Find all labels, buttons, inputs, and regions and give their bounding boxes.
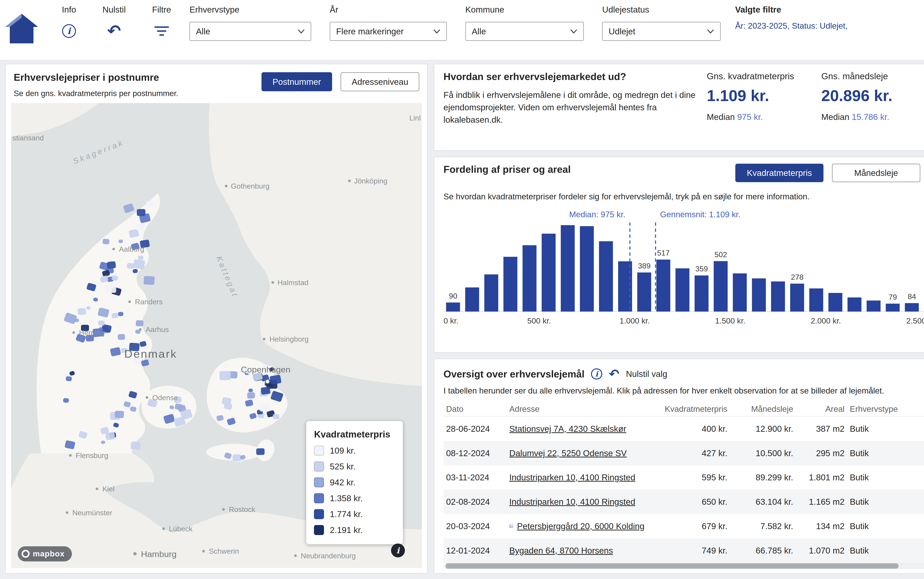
- histogram-bar[interactable]: [867, 300, 880, 311]
- histogram-bar[interactable]: [522, 245, 536, 311]
- postal-area[interactable]: [133, 259, 145, 269]
- histogram-bar[interactable]: [809, 288, 823, 311]
- histogram-bar[interactable]: [695, 275, 708, 311]
- postal-area[interactable]: [260, 387, 270, 395]
- address-link[interactable]: Industriparken 10, 4100 Ringsted: [509, 497, 635, 507]
- postal-area[interactable]: [111, 312, 118, 318]
- histogram-bar[interactable]: [733, 273, 747, 311]
- tab-kvadratmeterpris[interactable]: Kvadratmeterpris: [735, 164, 823, 182]
- histogram-bar[interactable]: [504, 257, 517, 311]
- median-annotation: Median: 975 kr.: [569, 210, 625, 219]
- postal-area[interactable]: [249, 389, 253, 393]
- legend-item[interactable]: 1.774 kr.: [314, 509, 395, 519]
- legend-item[interactable]: 109 kr.: [314, 446, 395, 456]
- histogram-bar[interactable]: [484, 274, 498, 311]
- legend-item[interactable]: 525 kr.: [314, 461, 395, 471]
- legend-label: 109 kr.: [330, 446, 356, 456]
- postal-area[interactable]: [106, 261, 116, 269]
- postal-area[interactable]: [273, 414, 280, 419]
- histogram-bar[interactable]: [580, 226, 594, 311]
- histogram-bar[interactable]: [905, 303, 919, 312]
- legend-item[interactable]: 2.191 kr.: [314, 525, 395, 535]
- histogram-bar[interactable]: [714, 261, 728, 311]
- postal-area[interactable]: [219, 371, 231, 380]
- postal-area[interactable]: [132, 269, 138, 273]
- histogram-bar[interactable]: [599, 241, 613, 312]
- horizontal-scrollbar[interactable]: [443, 563, 924, 569]
- copenhagen-dot: [265, 379, 270, 384]
- info-icon[interactable]: i: [591, 368, 602, 379]
- legend-item[interactable]: 942 kr.: [314, 478, 395, 487]
- tab-manedsleje[interactable]: Månedsleje: [832, 164, 920, 182]
- histogram-bar[interactable]: [847, 298, 861, 311]
- histogram-bar[interactable]: [828, 293, 842, 311]
- app-logo[interactable]: [5, 13, 38, 43]
- adresseniveau-button[interactable]: Adresseniveau: [340, 72, 419, 91]
- postal-area[interactable]: [232, 454, 241, 461]
- col-areal[interactable]: Areal: [798, 404, 844, 414]
- price-histogram[interactable]: 9038951735950227879844557440 kr.500 kr.1…: [443, 206, 924, 339]
- address-link[interactable]: Petersbjerggård 20, 6000 Kolding: [517, 521, 644, 531]
- postal-area[interactable]: [131, 442, 141, 450]
- postal-area[interactable]: [65, 376, 72, 381]
- histogram-bar[interactable]: [771, 281, 785, 311]
- histogram-bar[interactable]: [675, 268, 689, 311]
- postal-area[interactable]: [136, 320, 143, 326]
- filter-icon[interactable]: [154, 22, 170, 40]
- address-link[interactable]: Industriparken 10, 4100 Ringsted: [509, 473, 635, 483]
- col-manedsleje[interactable]: Månedsleje: [733, 404, 793, 414]
- erhvervstype-dropdown[interactable]: Alle: [190, 22, 311, 41]
- map-info-button[interactable]: i: [391, 543, 405, 558]
- postal-area[interactable]: [137, 209, 146, 216]
- col-erhvervstype[interactable]: Erhvervstype: [850, 404, 924, 414]
- histogram-bar[interactable]: [752, 278, 766, 311]
- postal-area[interactable]: [256, 448, 265, 455]
- histogram-bar[interactable]: [446, 303, 460, 311]
- kommune-dropdown[interactable]: Alle: [465, 22, 584, 41]
- postal-area[interactable]: [247, 392, 255, 399]
- postal-area[interactable]: [270, 375, 281, 385]
- postal-area[interactable]: [146, 200, 155, 208]
- postal-area[interactable]: [105, 432, 115, 440]
- postal-area[interactable]: [77, 308, 86, 315]
- postal-area[interactable]: [103, 239, 110, 244]
- scrollbar-thumb[interactable]: [446, 563, 899, 569]
- postal-area[interactable]: [115, 411, 124, 418]
- address-link[interactable]: Bygaden 64, 8700 Horsens: [509, 546, 613, 556]
- col-dato[interactable]: Dato: [446, 404, 504, 414]
- histogram-bar[interactable]: [618, 261, 632, 311]
- distribution-title: Fordeling af priser og areal: [443, 164, 571, 175]
- postal-area[interactable]: [118, 334, 125, 340]
- postal-area[interactable]: [111, 275, 118, 281]
- info-icon[interactable]: i: [62, 24, 76, 38]
- postal-area[interactable]: [86, 306, 90, 310]
- reset-selection-label[interactable]: Nulstil valg: [626, 369, 667, 379]
- histogram-bar[interactable]: [886, 304, 899, 311]
- city-label: Herning: [79, 329, 105, 337]
- histogram-bar[interactable]: [790, 284, 804, 311]
- col-kvadratmeterpris[interactable]: Kvadratmeterpris: [650, 404, 728, 414]
- histogram-bar[interactable]: [637, 273, 651, 312]
- postal-area[interactable]: [63, 398, 69, 403]
- undo-icon[interactable]: ↶: [107, 23, 121, 39]
- aar-dropdown[interactable]: Flere markeringer: [330, 22, 447, 41]
- mapbox-attribution[interactable]: mapbox: [18, 546, 72, 561]
- postal-area[interactable]: [98, 321, 105, 325]
- col-adresse[interactable]: Adresse: [509, 404, 644, 414]
- udlejestatus-dropdown[interactable]: Udlejet: [602, 22, 721, 41]
- postal-area[interactable]: [127, 263, 134, 269]
- postal-area[interactable]: [136, 224, 144, 231]
- postal-area[interactable]: [260, 404, 270, 412]
- postnummer-button[interactable]: Postnummer: [262, 72, 332, 91]
- legend-item[interactable]: 1.358 kr.: [314, 493, 395, 503]
- undo-icon[interactable]: ↶: [609, 368, 620, 380]
- address-link[interactable]: Dalumvej 22, 5250 Odense SV: [509, 448, 626, 458]
- map[interactable]: stiansand Skagerrak Gothenburg Jönköping…: [11, 103, 422, 568]
- postal-area[interactable]: [144, 276, 155, 285]
- histogram-bar[interactable]: [561, 225, 574, 312]
- histogram-bar[interactable]: [542, 234, 556, 312]
- histogram-bar[interactable]: [656, 260, 670, 311]
- histogram-bar[interactable]: [465, 288, 479, 312]
- address-link[interactable]: Stationsvej 7A, 4230 Skælskør: [509, 424, 626, 434]
- postal-area[interactable]: [105, 284, 116, 293]
